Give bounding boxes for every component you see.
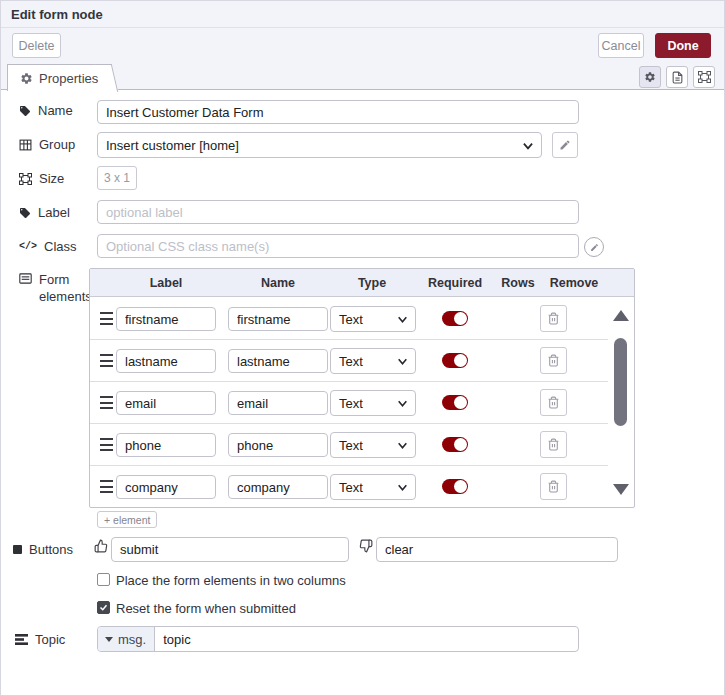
form-elements-table: Label Name Type Required Rows Remove Tex… (89, 268, 635, 508)
group-field-label: Group (19, 137, 75, 152)
done-button[interactable]: Done (655, 33, 711, 58)
remove-row-button[interactable] (540, 473, 567, 500)
thumbs-down-icon (359, 539, 373, 553)
size-field-label: Size (19, 171, 64, 186)
required-toggle[interactable] (442, 353, 468, 368)
reset-form-checkbox-label: Reset the form when submitted (116, 601, 296, 616)
row-label-input[interactable] (116, 391, 216, 415)
check-icon (99, 603, 108, 612)
edit-group-button[interactable] (552, 132, 578, 158)
row-type-select[interactable]: Text (330, 306, 416, 332)
two-columns-checkbox-label: Place the form elements in two columns (116, 573, 346, 588)
label-input[interactable] (97, 200, 579, 224)
table-row: Text (90, 466, 608, 507)
trash-icon (547, 312, 560, 325)
appearance-toolbar-button[interactable] (693, 66, 715, 88)
tag-icon (19, 207, 31, 219)
dialog-title: Edit form node (11, 7, 103, 22)
row-label-input[interactable] (116, 475, 216, 499)
code-icon: </> (19, 241, 37, 252)
required-toggle[interactable] (442, 437, 468, 452)
row-name-input[interactable] (228, 433, 328, 457)
row-label-input[interactable] (116, 307, 216, 331)
drag-handle-icon[interactable] (100, 396, 113, 409)
table-scrollbar (610, 298, 632, 505)
topic-input[interactable] (155, 632, 578, 647)
trash-icon (547, 354, 560, 367)
trash-icon (547, 480, 560, 493)
add-element-button[interactable]: + element (97, 511, 157, 528)
description-toolbar-button[interactable] (666, 66, 688, 88)
required-toggle[interactable] (442, 395, 468, 410)
object-group-icon (698, 71, 711, 83)
group-select-value: Insert customer [home] (106, 138, 239, 153)
drag-handle-icon[interactable] (100, 354, 113, 367)
trash-icon (547, 396, 560, 409)
scroll-up-arrow[interactable] (613, 310, 629, 321)
clear-button-label-input[interactable] (376, 537, 618, 562)
column-header-name: Name (261, 276, 295, 290)
column-header-label: Label (150, 276, 183, 290)
dialog-actionbar: Delete Cancel Done (1, 28, 724, 63)
delete-button[interactable]: Delete (12, 33, 61, 58)
remove-row-button[interactable] (540, 305, 567, 332)
required-toggle[interactable] (442, 311, 468, 326)
tab-properties[interactable]: Properties (7, 64, 107, 91)
scroll-down-arrow[interactable] (613, 484, 629, 495)
row-name-input[interactable] (228, 307, 328, 331)
remove-row-button[interactable] (540, 431, 567, 458)
table-row: Text (90, 424, 608, 466)
form-elements-header: Label Name Type Required Rows Remove (90, 269, 634, 297)
label-field-label: Label (19, 205, 70, 220)
table-row: Text (90, 298, 608, 340)
properties-panel: Name Group Insert customer [home] (1, 90, 724, 695)
column-header-rows: Rows (501, 276, 534, 290)
row-type-select[interactable]: Text (330, 474, 416, 500)
class-picker-button[interactable] (584, 237, 604, 257)
drag-handle-icon[interactable] (100, 438, 113, 451)
reset-form-checkbox[interactable] (97, 601, 110, 614)
cancel-button[interactable]: Cancel (598, 33, 644, 58)
tab-bar: Properties (1, 63, 724, 90)
remove-row-button[interactable] (540, 347, 567, 374)
row-name-input[interactable] (228, 349, 328, 373)
size-button[interactable]: 3 x 1 (97, 166, 137, 190)
editor-toolbar (639, 66, 715, 88)
row-label-input[interactable] (116, 349, 216, 373)
drag-handle-icon[interactable] (100, 480, 113, 493)
document-icon (671, 71, 684, 84)
chevron-down-icon (396, 355, 409, 368)
chevron-down-icon (396, 439, 409, 452)
object-group-icon (19, 173, 32, 185)
topic-type-select[interactable]: msg. (98, 627, 155, 651)
row-type-select[interactable]: Text (330, 432, 416, 458)
edit-form-node-dialog: Edit form node Delete Cancel Done Proper… (0, 0, 725, 696)
row-name-input[interactable] (228, 391, 328, 415)
class-input[interactable] (97, 234, 579, 258)
remove-row-button[interactable] (540, 389, 567, 416)
topic-type-label: msg. (118, 632, 146, 647)
scrollbar-thumb[interactable] (614, 338, 627, 426)
row-label-input[interactable] (116, 433, 216, 457)
two-columns-checkbox[interactable] (97, 573, 110, 586)
row-name-input[interactable] (228, 475, 328, 499)
form-elements-field-label: Form elements (19, 271, 81, 305)
required-toggle[interactable] (442, 479, 468, 494)
group-select[interactable]: Insert customer [home] (97, 132, 542, 158)
name-field-label: Name (19, 103, 73, 118)
row-type-select[interactable]: Text (330, 390, 416, 416)
square-icon (13, 545, 22, 554)
tag-icon (19, 105, 31, 117)
row-type-select[interactable]: Text (330, 348, 416, 374)
name-input[interactable] (97, 100, 579, 124)
dialog-titlebar: Edit form node (1, 1, 724, 28)
drag-handle-icon[interactable] (100, 312, 113, 325)
properties-toolbar-button[interactable] (639, 66, 661, 88)
chevron-down-icon (396, 313, 409, 326)
column-header-required: Required (428, 276, 482, 290)
submit-button-label-input[interactable] (111, 537, 349, 562)
table-icon (19, 139, 32, 151)
gear-icon (644, 71, 656, 83)
gear-icon (20, 72, 33, 85)
topic-typed-input: msg. (97, 626, 579, 652)
